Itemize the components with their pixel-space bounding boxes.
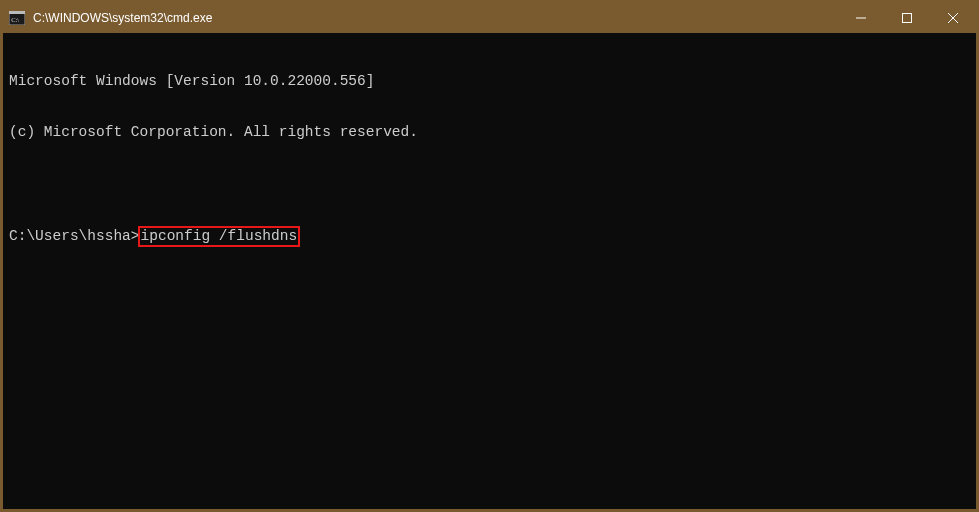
window-controls	[838, 3, 976, 33]
maximize-button[interactable]	[884, 3, 930, 33]
minimize-button[interactable]	[838, 3, 884, 33]
terminal-output[interactable]: Microsoft Windows [Version 10.0.22000.55…	[3, 33, 976, 509]
svg-rect-1	[9, 11, 25, 14]
cmd-window: C:\ C:\WINDOWS\system32\cmd.exe Microsof…	[0, 0, 979, 512]
svg-rect-4	[903, 14, 912, 23]
window-title: C:\WINDOWS\system32\cmd.exe	[33, 11, 838, 25]
close-button[interactable]	[930, 3, 976, 33]
terminal-line-copyright: (c) Microsoft Corporation. All rights re…	[9, 124, 970, 141]
highlighted-command: ipconfig /flushdns	[138, 226, 301, 247]
terminal-line-version: Microsoft Windows [Version 10.0.22000.55…	[9, 73, 970, 90]
prompt-path: C:\Users\hssha>	[9, 228, 140, 245]
svg-text:C:\: C:\	[11, 16, 19, 23]
terminal-blank-line	[9, 175, 970, 192]
terminal-prompt-line: C:\Users\hssha>ipconfig /flushdns	[9, 226, 970, 247]
titlebar[interactable]: C:\ C:\WINDOWS\system32\cmd.exe	[3, 3, 976, 33]
cmd-icon: C:\	[9, 11, 25, 25]
